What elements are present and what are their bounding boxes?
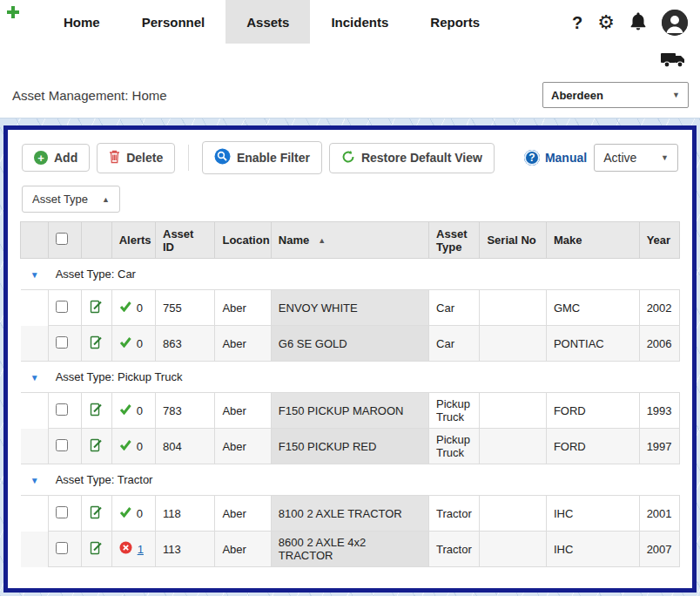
site-selector-dropdown[interactable]: Aberdeen ▼ xyxy=(542,82,689,108)
row-select-cell xyxy=(49,393,82,429)
row-edit-cell xyxy=(82,393,111,429)
edit-icon[interactable] xyxy=(89,438,103,452)
make-cell: PONTIAC xyxy=(546,326,639,362)
col-header-name-label: Name xyxy=(279,234,309,247)
group-header-row: ▼ Asset Type: Tractor xyxy=(21,464,680,496)
delete-button[interactable]: Delete xyxy=(97,143,175,173)
manual-link[interactable]: ? Manual xyxy=(524,150,587,166)
tab-reports[interactable]: Reports xyxy=(409,0,501,44)
alert-count: 0 xyxy=(137,337,143,350)
year-cell: 2007 xyxy=(639,532,679,567)
group-collapse-icon[interactable]: ▼ xyxy=(30,373,39,383)
row-checkbox[interactable] xyxy=(56,336,68,349)
add-button-label: Add xyxy=(54,151,77,165)
sort-ascending-icon: ▲ xyxy=(102,195,110,204)
edit-icon[interactable] xyxy=(89,541,103,555)
year-cell: 2006 xyxy=(639,326,679,362)
tab-assets[interactable]: Assets xyxy=(225,0,310,44)
year-cell: 1997 xyxy=(639,429,679,464)
delete-button-label: Delete xyxy=(126,151,163,165)
enable-filter-label: Enable Filter xyxy=(237,151,310,165)
location-cell: Aber xyxy=(215,393,271,429)
row-indent xyxy=(21,429,49,464)
filter-magnifier-icon xyxy=(214,148,231,167)
row-checkbox[interactable] xyxy=(56,439,68,451)
edit-icon[interactable] xyxy=(89,403,103,417)
toolbar-divider xyxy=(188,145,189,171)
gear-icon[interactable]: ⚙ xyxy=(597,13,615,32)
alert-count: 0 xyxy=(137,404,143,417)
col-header-location[interactable]: Location xyxy=(215,222,271,259)
location-cell: Aber xyxy=(215,496,271,532)
row-checkbox[interactable] xyxy=(56,542,68,554)
group-collapse-icon[interactable]: ▼ xyxy=(30,476,39,485)
table-row: 0 863 Aber G6 SE GOLD Car PONTIAC 2006 xyxy=(21,326,680,362)
check-icon xyxy=(119,336,131,350)
asset-id-cell: 804 xyxy=(156,429,215,464)
chevron-down-icon: ▼ xyxy=(661,153,669,162)
make-cell: IHC xyxy=(546,496,639,532)
restore-default-view-label: Restore Default View xyxy=(361,151,482,165)
group-label: Asset Type: Tractor xyxy=(49,464,680,496)
row-indent xyxy=(21,326,49,362)
group-label: Asset Type: Car xyxy=(49,259,680,290)
group-by-chip-asset-type[interactable]: Asset Type ▲ xyxy=(22,186,120,213)
edit-icon[interactable] xyxy=(89,300,103,314)
grid-toolbar: + Add Delete Enable Filter xyxy=(8,130,692,182)
help-icon[interactable]: ? xyxy=(572,14,582,31)
edit-icon[interactable] xyxy=(89,335,103,349)
make-cell: GMC xyxy=(546,290,639,326)
tab-home[interactable]: Home xyxy=(43,0,121,44)
col-header-serial-no[interactable]: Serial No xyxy=(480,222,547,259)
edit-icon[interactable] xyxy=(89,505,103,519)
row-indent xyxy=(21,290,49,326)
alerts-cell: 1 xyxy=(111,532,155,567)
header-expander-col xyxy=(21,222,49,259)
alerts-cell: 0 xyxy=(111,496,155,532)
avatar[interactable] xyxy=(662,10,688,36)
row-select-cell xyxy=(49,532,82,567)
status-filter-dropdown[interactable]: Active ▼ xyxy=(594,144,678,172)
col-header-make[interactable]: Make xyxy=(546,222,639,259)
year-cell: 2001 xyxy=(639,496,679,532)
name-cell: 8600 2 AXLE 4x2 TRACTOR xyxy=(271,532,428,567)
alert-count: 0 xyxy=(137,301,143,315)
col-header-asset-id[interactable]: Asset ID xyxy=(156,222,215,259)
group-header-row: ▼ Asset Type: Pickup Truck xyxy=(21,362,680,393)
truck-icon[interactable] xyxy=(660,50,686,72)
tab-incidents[interactable]: Incidents xyxy=(310,0,409,44)
table-row: 0 118 Aber 8100 2 AXLE TRACTOR Tractor I… xyxy=(21,496,680,532)
group-collapse-icon[interactable]: ▼ xyxy=(30,270,39,280)
check-icon xyxy=(119,301,131,315)
table-row: 1 113 Aber 8600 2 AXLE 4x2 TRACTOR Tract… xyxy=(21,532,680,567)
table-row: 0 783 Aber F150 PICKUP MAROON Pickup Tru… xyxy=(21,393,680,429)
row-edit-cell xyxy=(82,290,111,326)
bell-icon[interactable] xyxy=(629,11,647,34)
col-header-year[interactable]: Year xyxy=(639,222,679,259)
row-checkbox[interactable] xyxy=(56,403,68,416)
col-header-asset-type[interactable]: Asset Type xyxy=(429,222,480,259)
row-indent xyxy=(21,393,49,429)
refresh-icon xyxy=(341,150,355,166)
col-header-name[interactable]: Name ▲ xyxy=(271,222,428,259)
alert-count-link[interactable]: 1 xyxy=(138,543,144,556)
tab-personnel[interactable]: Personnel xyxy=(121,0,226,44)
asset-id-cell: 863 xyxy=(156,326,215,362)
restore-default-view-button[interactable]: Restore Default View xyxy=(329,143,495,173)
select-all-checkbox[interactable] xyxy=(56,233,68,245)
chevron-down-icon: ▼ xyxy=(672,91,680,99)
check-icon xyxy=(119,506,131,520)
asset-grid-panel: + Add Delete Enable Filter xyxy=(3,125,697,593)
col-header-alerts[interactable]: Alerts xyxy=(111,222,155,259)
row-checkbox[interactable] xyxy=(56,506,68,518)
enable-filter-button[interactable]: Enable Filter xyxy=(202,141,322,174)
asset-id-cell: 118 xyxy=(156,496,215,532)
assets-table: Alerts Asset ID Location Name ▲ Asset Ty… xyxy=(20,221,680,567)
asset-type-cell: Car xyxy=(429,326,480,362)
serial-no-cell xyxy=(480,532,547,567)
location-cell: Aber xyxy=(215,532,271,567)
add-button[interactable]: + Add xyxy=(22,144,90,172)
serial-no-cell xyxy=(480,429,547,464)
make-cell: FORD xyxy=(546,393,639,429)
row-checkbox[interactable] xyxy=(56,301,68,313)
